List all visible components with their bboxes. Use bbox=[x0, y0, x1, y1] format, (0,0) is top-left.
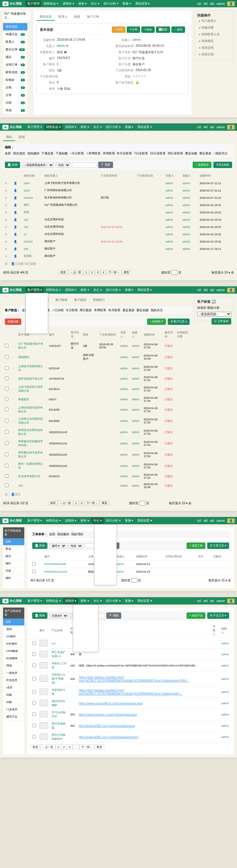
quick-item[interactable]: 添加联系人份 bbox=[197, 31, 231, 38]
menu-customer[interactable]: 客户管理 ▾ bbox=[26, 287, 44, 293]
quick-item[interactable]: 快捷沟通 bbox=[197, 24, 231, 31]
table-row[interactable]: ☆辉建航空62017adminadmin2018-04-26 17:24已锁定 bbox=[3, 395, 192, 404]
new-button[interactable]: 📄 新增 bbox=[32, 612, 47, 619]
quick-item[interactable]: 添加合同 bbox=[197, 44, 231, 51]
table-row[interactable]: 博立无线扩音器1.3400谢admin bbox=[30, 649, 231, 660]
search-button[interactable]: 🔍 搜索 bbox=[106, 612, 122, 619]
table-row[interactable]: ☆01广州蓝盛光电子有限公司14101417医疗行业1级2018-05-26 0… bbox=[3, 340, 192, 352]
sidebar-contact[interactable]: 联系人3 bbox=[3, 38, 27, 46]
dropdown-item[interactable]: 产品 bbox=[73, 605, 98, 612]
sidebar-item[interactable]: -袋体 bbox=[3, 626, 24, 633]
tab-order[interactable]: 客户订单 bbox=[84, 13, 102, 21]
sidebar-item[interactable]: -CRM辅体 bbox=[3, 648, 24, 655]
sidebar-record[interactable]: 客长记录71 bbox=[3, 46, 27, 54]
task-count[interactable]: ⊕0 bbox=[210, 2, 214, 5]
edit-button[interactable]: ✎修改 bbox=[141, 26, 155, 33]
table-row[interactable]: ☆上海恒场祖纪技术有限公司6214205adminadmin2018-04-26… bbox=[3, 404, 192, 415]
table-row[interactable]: WO201804131192陈拾成为历admin2018-04-15 bbox=[30, 568, 231, 576]
menu-office[interactable]: 办公 ▾ bbox=[89, 1, 101, 7]
user-avatar[interactable]: 👤 bbox=[227, 2, 235, 6]
table-row[interactable]: ☆👤测试01广州蓝隆成电子有限公司adminadmin2018-04-16 15… bbox=[3, 202, 234, 209]
sidebar-item[interactable]: -理体 bbox=[3, 662, 24, 670]
sidebar-item[interactable]: -仿能 bbox=[3, 699, 24, 706]
sidebar-finance[interactable]: 财务信息0 bbox=[3, 69, 27, 76]
dropdown-item[interactable]: 文档 bbox=[95, 571, 116, 578]
sidebar-doc[interactable]: 文档0 bbox=[3, 84, 27, 91]
menu-stock[interactable]: 进销存 ▾ bbox=[61, 1, 76, 7]
sidebar-receivable[interactable]: 应收款0 bbox=[3, 76, 27, 84]
table-row[interactable]: 视识剖耳近钢披https://www.rongsoftech.com/cn/do… bbox=[30, 698, 231, 709]
export-button[interactable]: ⬆导出商机 bbox=[213, 162, 232, 168]
sidebar-item[interactable]: -门及设类 bbox=[3, 706, 24, 713]
dropdown-item[interactable]: 登录管理 bbox=[95, 578, 116, 585]
batch-button[interactable]: 批量转移 bbox=[5, 318, 21, 325]
tab-opportunity[interactable]: 商机 bbox=[3, 134, 15, 141]
follow-button[interactable]: ☆关注 bbox=[112, 26, 126, 33]
table-row[interactable]: WO2018042144B134124admin2018-04-21 bbox=[30, 560, 231, 568]
sidebar-item[interactable]: 全部 bbox=[3, 618, 24, 626]
table-row[interactable]: ☆向东技术有限公司6218213adminadmin2018-04-26 17:… bbox=[3, 472, 192, 481]
dropdown-item[interactable]: 工程 bbox=[95, 538, 116, 545]
reminder-count[interactable]: ⊙0 bbox=[197, 2, 201, 5]
dropdown-item[interactable]: 会议 bbox=[95, 531, 116, 538]
tab-basic[interactable]: 基本信息 bbox=[36, 13, 55, 21]
back-button[interactable]: ←返回 bbox=[171, 26, 185, 33]
sidebar-item[interactable]: 测评 bbox=[3, 575, 24, 582]
table-row[interactable]: ☆上海海上加东观科技有限公司6214009adminadmin2018-04-2… bbox=[3, 415, 192, 427]
user-label[interactable]: admin bbox=[217, 2, 225, 5]
dropdown-item[interactable]: 成员 bbox=[95, 525, 116, 531]
sidebar-log[interactable]: 沟通日志0 bbox=[3, 31, 27, 38]
add-button[interactable]: + 添加机会 bbox=[193, 162, 211, 168]
save-button[interactable]: ☑ 立即保存 bbox=[211, 318, 231, 324]
dropdown-item[interactable]: 防伪查询 bbox=[73, 612, 98, 618]
dropdown-item[interactable]: 成员 bbox=[26, 293, 48, 300]
sidebar-project[interactable]: 项目0 bbox=[3, 54, 27, 61]
add-customer-button[interactable]: + 新增客户 bbox=[147, 318, 166, 325]
quick-item[interactable]: 添加文档 bbox=[197, 51, 231, 58]
dropdown-item[interactable]: 出入库 bbox=[73, 631, 98, 638]
sidebar-item[interactable]: 全部 bbox=[3, 538, 24, 546]
table-row[interactable]: 绿色EC工作室420绿色...https://s.taobao.com/sear… bbox=[30, 660, 231, 671]
level-select[interactable]: --请选择层级-- bbox=[197, 312, 231, 316]
table-row[interactable]: 臂讯无线账版363http://www.td365.com.cn/product… bbox=[30, 720, 231, 732]
sidebar-other[interactable]: 其他2 bbox=[3, 107, 27, 114]
tab-stage[interactable]: 阶段 bbox=[16, 134, 28, 141]
table-row[interactable]: 百可会议咖手具300https://www.hesean.com/cn/down… bbox=[30, 709, 231, 720]
sidebar-contract[interactable]: 合同订单5 bbox=[3, 61, 27, 69]
contain-select[interactable]: 包含 bbox=[56, 162, 70, 168]
dropdown-item[interactable]: 供应商管理 bbox=[73, 645, 98, 652]
sidebar-item[interactable]: -通讯产品 bbox=[3, 713, 24, 721]
sidebar-item[interactable]: -一级设类 bbox=[3, 670, 24, 677]
menu-sales[interactable]: 销售机会 ▾ bbox=[42, 1, 60, 7]
sidebar-item[interactable]: -ESP辅件 bbox=[3, 640, 24, 648]
table-row[interactable]: ☆形梦克控制中智公司1073016718adminadmin2018-04-26… bbox=[3, 374, 192, 383]
table-row[interactable]: ccchttp://admin bbox=[30, 638, 231, 649]
table-row[interactable]: ☆👤233测试客户adminadmin2018-01-17 19:11 bbox=[3, 245, 234, 253]
add-button[interactable]: + 添加工单 bbox=[187, 542, 205, 549]
menu-stock[interactable]: 进销存 ▾ bbox=[63, 598, 78, 604]
new-button[interactable]: 📄 新增 bbox=[5, 162, 20, 168]
sidebar-basic[interactable]: 基本信息 bbox=[3, 23, 27, 31]
table-row[interactable]: ☆海事最优光电像技术研究院...183200161142adminadmin20… bbox=[3, 438, 192, 449]
quick-item[interactable]: 添加项目 bbox=[197, 38, 231, 44]
menu-sales[interactable]: 销售机会 ▾ bbox=[44, 124, 63, 130]
more-button[interactable]: ⬜更多 bbox=[156, 26, 170, 33]
tools-button[interactable]: ⚙ 客户工具 ▾ bbox=[168, 318, 190, 325]
quick-item[interactable]: 写入联系人 bbox=[197, 18, 231, 24]
add-button[interactable]: + 添加产品 bbox=[187, 612, 205, 619]
search-button[interactable]: 🔍 搜索 bbox=[98, 162, 113, 168]
dropdown-item[interactable]: 客户 bbox=[26, 307, 48, 313]
tools-button[interactable]: ⚙ 产品工具 ▾ bbox=[207, 612, 229, 619]
menu-service[interactable]: 客服 ▾ bbox=[121, 1, 133, 7]
sidebar-item[interactable]: - 设类 bbox=[3, 684, 24, 691]
dropdown-item[interactable]: 采购管理 bbox=[73, 625, 98, 631]
search-input[interactable] bbox=[72, 163, 96, 167]
table-row[interactable]: ☆👤1234广州湾潭科技有限公司adminadmin2018-04-27 21:… bbox=[3, 187, 234, 194]
table-row[interactable]: ☆上海飞利信电子技术有限公司6213514adminadmin2018-04-2… bbox=[3, 383, 192, 395]
menu-settings[interactable]: 系统设置 ▾ bbox=[133, 1, 151, 7]
menu-finance[interactable]: 财务 ▾ bbox=[76, 1, 89, 7]
table-row[interactable]: ☆👤1402北京博罗科技adminadmin2018-04-15 15:31 bbox=[3, 231, 234, 238]
sidebar-item[interactable]: -传媒 bbox=[3, 691, 24, 699]
dropdown-item[interactable]: 工作日志 bbox=[95, 545, 116, 551]
menu-customer[interactable]: 客户管理 ▾ bbox=[26, 124, 44, 130]
